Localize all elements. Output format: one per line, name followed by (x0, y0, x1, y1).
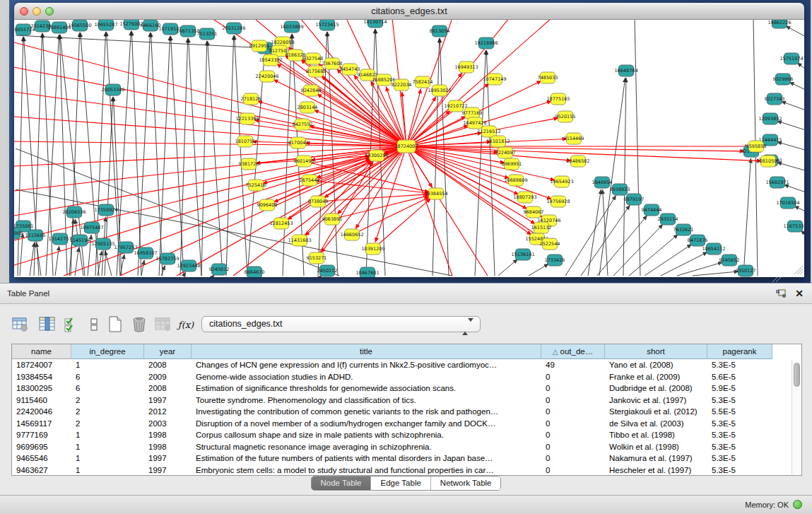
graph-edge (406, 146, 452, 276)
cell-year: 2003 (144, 418, 192, 430)
network-view-canvas[interactable]: 2005572420142396208914061956550010655287… (14, 20, 804, 277)
table-row[interactable]: 977716911998Corpus callosum shape and si… (12, 429, 801, 441)
cell-year: 2008 (144, 382, 192, 395)
table-row[interactable]: 969969511998Structural magnetic resonanc… (12, 441, 801, 453)
table-row[interactable]: 1456911722003Disruption of a novel membe… (12, 418, 801, 430)
select-rows-icon[interactable] (61, 314, 82, 335)
graph-node-label: 12213399 (235, 116, 259, 122)
table-selector-dropdown[interactable]: citations_edges.txt (201, 316, 481, 332)
graph-node-label: 16033809 (280, 24, 303, 30)
table-toolbar: ƒ(x) citations_edges.txt (0, 310, 812, 341)
graph-edge (161, 265, 165, 276)
column-header-in_degree[interactable]: in_degree (71, 344, 144, 359)
show-column-icon[interactable] (37, 314, 58, 335)
graph-node-label: 2522544 (540, 241, 560, 247)
cell-out_de: 0 (541, 465, 605, 477)
column-header-out_de[interactable]: △out_de… (541, 344, 605, 359)
delete-table-icon-disabled[interactable] (153, 314, 174, 335)
graph-edge (588, 189, 601, 276)
graph-node-label: 10654112 (702, 246, 725, 252)
graph-node-label: 7632621 (673, 227, 694, 233)
tab-edge-table[interactable]: Edge Table (370, 477, 430, 490)
column-header-short[interactable]: short (605, 344, 707, 359)
table-header-row: namein_degreeyeartitle△out_de…shortpager… (12, 344, 801, 359)
row-height-icon[interactable] (83, 314, 105, 335)
column-header-name[interactable]: name (12, 344, 71, 359)
memory-indicator[interactable]: Memory: OK (745, 500, 802, 509)
network-view-window: citations_edges.txt 20055724201423962089… (14, 3, 804, 277)
table-settings-icon[interactable] (10, 314, 31, 335)
cell-name: 9463627 (12, 465, 71, 477)
graph-node-label: 8938923 (610, 187, 630, 192)
graph-node-label: 3915905 (14, 230, 23, 236)
graph-edge (14, 42, 406, 146)
graph-node-label: 17016504 (776, 200, 799, 206)
function-builder-icon[interactable]: ƒ(x) (175, 314, 196, 335)
cell-title: Estimation of significance thresholds fo… (192, 382, 541, 395)
close-panel-icon[interactable]: ✕ (795, 288, 804, 299)
graph-node-label: 9474444 (642, 207, 662, 213)
graph-node-label: 2803144 (298, 105, 318, 110)
scrollbar-thumb[interactable] (794, 363, 800, 387)
memory-label: Memory: OK (745, 501, 789, 509)
graph-node-label: 18130714 (363, 20, 387, 25)
table-row[interactable]: 946362711997Embryonic stem cells: a mode… (12, 465, 801, 477)
column-header-title[interactable]: title (192, 344, 541, 359)
cell-short: Tibbo et al. (1998) (605, 429, 707, 441)
tab-network-table[interactable]: Network Table (430, 477, 501, 490)
cell-short: Yano et al. (2008) (605, 359, 707, 371)
graph-edge (208, 41, 223, 276)
graph-node-label: 9327548 (303, 56, 324, 62)
cell-short: Wolkin et al. (1998) (605, 441, 707, 453)
table-vertical-scrollbar[interactable] (792, 360, 801, 474)
citation-network-graph[interactable]: 2005572420142396208914061956550010655287… (14, 20, 804, 277)
table-row[interactable]: 2242004622012Investigating the contribut… (12, 406, 801, 418)
status-bar: Memory: OK (0, 495, 812, 514)
table-row[interactable]: 1938455462009Genome-wide association stu… (12, 371, 801, 383)
graph-edge (138, 33, 150, 276)
cell-in_degree: 1 (71, 359, 144, 371)
table-row[interactable]: 1872400712008Changes of HCN gene express… (12, 359, 801, 371)
column-header-year[interactable]: year (144, 344, 192, 359)
sort-ascending-icon: △ (553, 348, 558, 356)
table-row[interactable]: 911546021997Tourette syndrome. Phenomeno… (12, 395, 801, 407)
graph-node-label: 2367608 (322, 61, 343, 66)
graph-node-label: 6879197 (624, 197, 645, 202)
cell-short: Nakamura et al. (1997) (605, 452, 707, 465)
cell-title: Genome-wide association studies in ADHD. (192, 371, 541, 383)
cell-short: Dudbridge et al. (2008) (605, 382, 707, 395)
cell-title: Changes of HCN gene expression and I(f) … (192, 359, 541, 371)
graph-node-label: 9175685 (306, 69, 326, 74)
graph-node-label: 13142757 (48, 236, 71, 242)
table-row[interactable]: 946554611997Estimation of the future num… (12, 452, 801, 465)
graph-edge (498, 259, 517, 276)
cell-name: 9115460 (12, 395, 71, 407)
table-row[interactable]: 1830029562008Estimation of significance … (12, 382, 801, 395)
panel-divider-grip[interactable] (771, 277, 782, 283)
graph-edge (623, 78, 626, 276)
tab-node-table[interactable]: Node Table (312, 477, 371, 490)
graph-edge (16, 35, 258, 47)
column-header-pagerank[interactable]: pagerank (707, 344, 772, 359)
graph-node-label: 15723415 (315, 22, 339, 28)
graph-node-label: 9153271 (307, 255, 327, 261)
graph-edge (529, 264, 548, 276)
graph-node-label: 1145194 (70, 238, 90, 243)
graph-edge (777, 142, 804, 151)
table-body: 1872400712008Changes of HCN gene express… (12, 359, 801, 476)
graph-node-label: 9684067 (524, 209, 544, 215)
network-window-titlebar[interactable]: citations_edges.txt (14, 3, 804, 20)
new-table-icon[interactable] (105, 314, 126, 335)
cell-out_de: 0 (541, 395, 605, 407)
cell-in_degree: 1 (71, 429, 144, 441)
float-panel-icon[interactable] (776, 289, 787, 298)
graph-node-label: 9227343 (765, 96, 785, 102)
graph-node-label: 19384554 (424, 191, 447, 197)
graph-node-label: 16949313 (454, 64, 478, 70)
graph-node-label: 2450212 (317, 268, 338, 274)
cell-out_de: 0 (541, 441, 605, 453)
cell-name: 9699695 (12, 441, 71, 453)
delete-rows-trash-icon[interactable] (129, 314, 150, 335)
frame-resize-grip[interactable] (794, 266, 803, 274)
graph-node-label: 11431683 (288, 238, 311, 243)
